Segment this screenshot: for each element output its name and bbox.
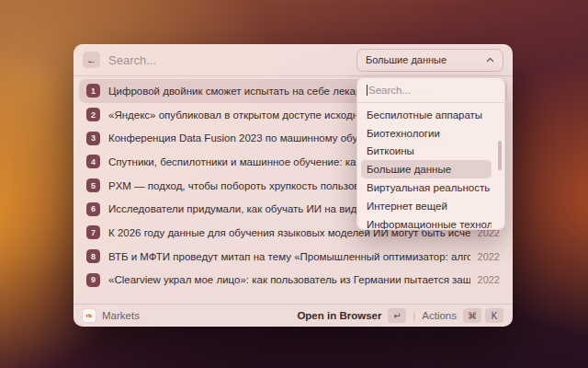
dropdown-option[interactable]: Биткоины xyxy=(361,143,492,161)
result-title: «Clearview украл мое лицо»: как пользова… xyxy=(108,274,470,285)
dropdown-option[interactable]: Виртуальная реальность xyxy=(361,178,492,197)
result-index-badge: 6 xyxy=(86,202,100,216)
result-index-badge: 7 xyxy=(86,225,100,239)
result-row[interactable]: 8ВТБ и МФТИ проведут митап на тему «Пром… xyxy=(79,245,507,269)
result-title: ВТБ и МФТИ проведут митап на тему «Промы… xyxy=(108,251,470,262)
category-filter-value: Большие данные xyxy=(366,54,447,65)
back-button[interactable]: ← xyxy=(83,52,100,68)
result-index-badge: 5 xyxy=(86,178,100,192)
result-row[interactable]: 9«Clearview украл мое лицо»: как пользов… xyxy=(79,269,507,293)
dropdown-options: Беспилотные аппаратыБиотехнологииБиткоин… xyxy=(357,103,504,230)
actions-menu-button[interactable]: Actions xyxy=(422,310,457,321)
result-index-badge: 4 xyxy=(86,155,100,168)
result-index-badge: 9 xyxy=(86,273,100,287)
dropdown-option[interactable]: Биотехнологии xyxy=(361,124,492,143)
search-input[interactable]: Search... xyxy=(108,53,356,67)
command-key-icon: ⌘ xyxy=(463,308,481,323)
text-caret xyxy=(367,85,368,96)
open-in-browser-action[interactable]: Open in Browser xyxy=(297,310,381,321)
dropdown-option[interactable]: Интернет вещей xyxy=(361,197,492,215)
dropdown-search-input[interactable]: Search... xyxy=(357,78,504,103)
result-index-badge: 8 xyxy=(86,249,100,263)
return-key-icon: ↵ xyxy=(388,308,406,323)
k-key-icon: K xyxy=(485,308,503,323)
launcher-window: ← Search... Большие данные 1Цифровой дво… xyxy=(74,44,513,327)
markets-source-icon: rb xyxy=(83,309,96,322)
back-arrow-icon: ← xyxy=(86,55,96,65)
category-filter-button[interactable]: Большие данные xyxy=(356,49,503,72)
dropdown-option[interactable]: Большие данные xyxy=(361,160,492,178)
result-index-badge: 3 xyxy=(86,132,100,145)
source-label: Markets xyxy=(102,310,297,321)
chevron-up-icon xyxy=(486,57,494,63)
dropdown-option[interactable]: Информационные технологии, IT xyxy=(361,215,492,230)
result-index-badge: 2 xyxy=(86,108,100,121)
result-year: 2022 xyxy=(478,251,500,262)
result-index-badge: 1 xyxy=(86,84,100,98)
dropdown-search-placeholder: Search... xyxy=(368,85,411,96)
category-dropdown-panel: Search... Беспилотные аппаратыБиотехноло… xyxy=(356,77,505,230)
dropdown-option[interactable]: Беспилотные аппараты xyxy=(361,106,492,124)
footer-separator: | xyxy=(413,310,415,321)
search-header: ← Search... Большие данные xyxy=(74,44,513,76)
dropdown-scrollbar-thumb[interactable] xyxy=(498,141,502,170)
footer-bar: rb Markets Open in Browser ↵ | Actions ⌘… xyxy=(74,304,513,327)
result-year: 2022 xyxy=(478,274,500,285)
